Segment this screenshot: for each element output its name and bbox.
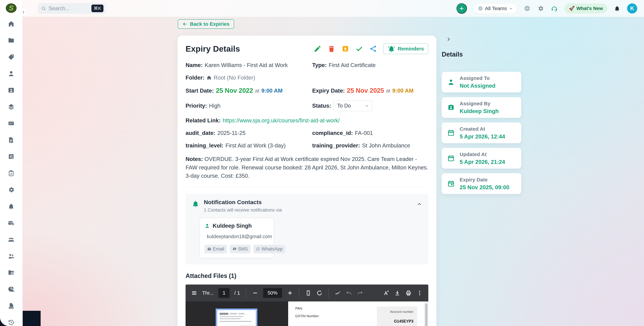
zoom-level[interactable]: 50% <box>263 288 282 298</box>
type-label: Type: <box>312 62 327 68</box>
reminders-button[interactable]: Reminders <box>383 43 428 54</box>
rotate-icon[interactable] <box>316 290 323 296</box>
whats-new-button[interactable]: 🚀 What's New <box>564 4 607 13</box>
global-search[interactable]: ⌘K <box>38 3 106 14</box>
updated-at-card: Updated At 5 Apr 2026, 21:24 <box>442 148 521 168</box>
toolbar-divider <box>299 288 299 298</box>
tasks-icon[interactable] <box>8 153 15 160</box>
sidebar-expand-button[interactable] <box>19 8 28 16</box>
expiry-at-word: at <box>386 88 390 94</box>
share-icon[interactable] <box>369 45 377 53</box>
field-grid: Name: Karen Williams - First Aid at Work… <box>186 62 428 180</box>
type-value: First Aid Certificate <box>329 62 376 68</box>
add-text-icon[interactable] <box>383 290 390 296</box>
priority-label: Priority: <box>186 102 207 109</box>
channel-sms-badge[interactable]: SMS <box>230 245 251 254</box>
updated-at-calendar-icon <box>447 154 455 162</box>
annotate-pen-icon[interactable] <box>334 290 341 296</box>
expiry-date-card-value: 25 Nov 2025, 09:00 <box>460 184 510 190</box>
delete-icon[interactable] <box>328 45 335 53</box>
contact-card[interactable]: Kuldeep Singh kuldeeptandon18@gmail.com … <box>200 218 274 258</box>
account-number-label: Account number <box>380 310 414 314</box>
chevron-right-icon <box>446 37 451 42</box>
fit-page-icon[interactable] <box>305 290 312 296</box>
bell-icon[interactable] <box>614 5 620 12</box>
pdf-export-icon[interactable] <box>8 302 15 310</box>
upload-folder-icon[interactable] <box>8 269 15 276</box>
more-options-icon[interactable] <box>416 290 423 296</box>
zoom-in-icon[interactable] <box>287 290 293 296</box>
back-to-expiries-button[interactable]: Back to Expiries <box>178 19 234 29</box>
checklist-icon[interactable] <box>8 170 15 177</box>
chevron-up-icon[interactable] <box>416 201 422 207</box>
history-icon[interactable] <box>8 319 15 326</box>
field-priority: Priority: High <box>186 100 312 111</box>
expiry-details-card: Expiry Details Reminders Name: Karen Wil… <box>178 36 436 326</box>
related-link-label: Related Link: <box>186 117 220 124</box>
archive-icon[interactable] <box>342 45 349 53</box>
pdf-viewer: Thr... 1 / 1 50% <box>186 284 428 326</box>
undo-icon[interactable] <box>346 290 352 296</box>
topbar-actions: + All Teams 🚀 What's New K <box>456 3 637 14</box>
created-at-value: 5 Apr 2026, 12:44 <box>460 134 505 140</box>
app-logo[interactable]: S <box>6 4 16 13</box>
menu-icon[interactable] <box>191 290 198 296</box>
page-number-input[interactable]: 1 <box>218 288 230 298</box>
scrollbar-thumb[interactable] <box>425 304 428 326</box>
dashboard-icon[interactable] <box>8 120 15 127</box>
status-label: Status: <box>312 102 331 109</box>
documents-icon[interactable] <box>8 136 15 144</box>
contacts-icon[interactable] <box>8 70 15 77</box>
toolbar-divider <box>328 288 329 298</box>
reports-icon[interactable] <box>8 286 15 293</box>
pdf-page-thumbnail[interactable] <box>216 308 257 326</box>
assigned-by-badge-icon <box>447 104 455 111</box>
assigned-to-person-icon <box>447 78 455 86</box>
toolbar-divider <box>246 288 246 298</box>
team-selector[interactable]: All Teams <box>474 4 517 14</box>
reminders-label: Reminders <box>398 46 424 52</box>
id-card-icon[interactable] <box>8 87 15 94</box>
training-provider-value: St John Ambulance <box>362 142 410 149</box>
channel-email-badge[interactable]: Email <box>204 245 227 254</box>
add-button[interactable]: + <box>456 3 467 14</box>
related-link[interactable]: https://www.sja.org.uk/courses/first-aid… <box>222 117 340 124</box>
expiry-date-value: 25 Nov 2025 <box>347 87 384 94</box>
user-avatar[interactable]: K <box>627 4 637 14</box>
notification-contacts-subtitle: 1 Contacts will receive notifications vi… <box>204 208 282 213</box>
start-time-value: 9:00 AM <box>262 88 282 94</box>
zoom-out-icon[interactable] <box>252 290 258 296</box>
mail-check-icon[interactable] <box>8 219 15 226</box>
folder-value: Root (No Folder) <box>214 74 255 81</box>
email-channel-icon <box>207 247 211 251</box>
status-dropdown[interactable]: To Do <box>333 100 372 111</box>
download-icon[interactable] <box>394 290 400 296</box>
complete-check-icon[interactable] <box>355 45 363 53</box>
channel-whatsapp-label: WhatsApp <box>262 246 283 252</box>
support-headset-icon[interactable] <box>551 5 558 12</box>
notifications-icon[interactable] <box>8 203 15 210</box>
edit-icon[interactable] <box>314 45 322 53</box>
pdf-scrollbar[interactable] <box>424 302 428 326</box>
notification-contacts-panel: Notification Contacts 1 Contacts will re… <box>186 194 428 264</box>
gear-icon[interactable] <box>537 5 544 12</box>
print-icon[interactable] <box>405 290 412 296</box>
folders-icon[interactable] <box>8 37 15 44</box>
search-input[interactable] <box>48 6 89 12</box>
home-icon[interactable] <box>8 20 15 28</box>
field-start-date: Start Date: 25 Nov 2022 at 9:00 AM <box>186 87 312 94</box>
channel-whatsapp-badge[interactable]: WhatsApp <box>253 245 286 254</box>
teams-icon[interactable] <box>8 236 15 243</box>
tags-icon[interactable] <box>8 54 15 60</box>
pdf-filename: Thr... <box>202 290 214 296</box>
redo-icon[interactable] <box>357 290 363 296</box>
layers-icon[interactable] <box>8 103 15 110</box>
compliance-id-value: FA-001 <box>355 130 373 136</box>
topbar: ⌘K + All Teams 🚀 What's New K <box>23 0 644 17</box>
collapse-panel-button[interactable] <box>444 35 452 43</box>
training-provider-label: training_provider: <box>312 142 360 149</box>
language-globe-icon[interactable] <box>524 5 530 12</box>
users-icon[interactable] <box>8 252 15 260</box>
training-level-label: training_level: <box>186 142 224 149</box>
settings-icon[interactable] <box>8 186 15 193</box>
